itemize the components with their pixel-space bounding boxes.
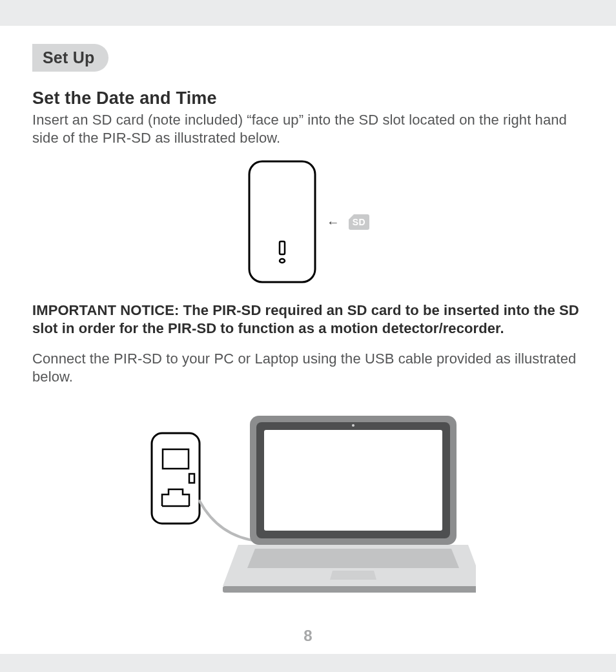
page-number: 8 [0,627,616,645]
sd-card-notch [349,214,354,219]
intro-paragraph: Insert an SD card (note included) “face … [32,111,584,147]
sd-card-label: SD [353,217,365,227]
page-content: Set Up Set the Date and Time Insert an S… [0,26,616,598]
svg-rect-10 [223,586,476,593]
sd-card-icon: SD [349,214,369,230]
arrow-left-icon: ← [327,216,340,229]
top-band [0,0,616,26]
svg-point-9 [352,424,354,427]
important-notice: IMPORTANT NOTICE: The PIR-SD required an… [32,301,584,338]
connect-paragraph: Connect the PIR-SD to your PC or Laptop … [32,350,584,386]
pir-device-front-icon [247,159,318,285]
illustration-connect-laptop [32,404,584,598]
svg-rect-5 [189,474,194,483]
svg-rect-0 [249,161,315,282]
svg-rect-4 [163,449,189,469]
section-tab: Set Up [32,44,108,72]
illustration-sd-insert: ← SD [32,159,584,285]
pir-to-laptop-icon [140,404,476,598]
svg-rect-8 [264,430,442,531]
bottom-band [0,654,616,672]
heading-set-date-time: Set the Date and Time [32,88,584,108]
